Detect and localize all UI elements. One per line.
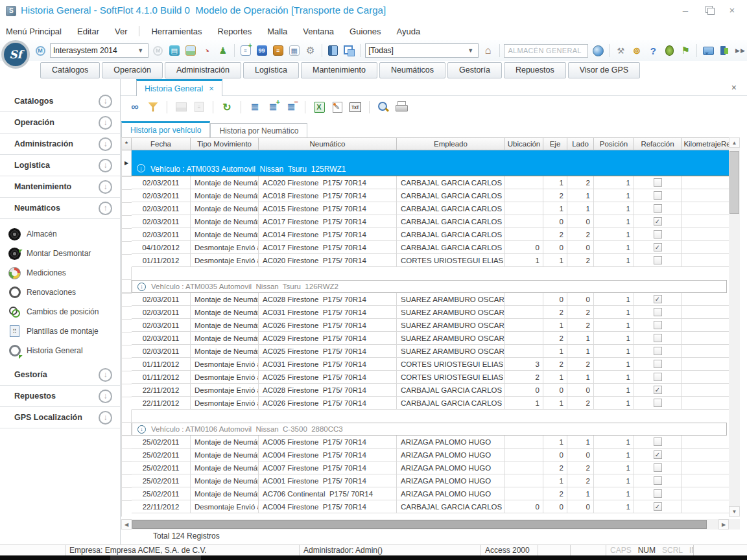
scope-selector[interactable]: [Todas] ▼ [365, 43, 478, 58]
ribbon-tab-mantenimiento[interactable]: Mantenimiento [301, 62, 377, 78]
group-header-box[interactable]: ↓Vehículo : ATM0033 Automovil Nissan Tsu… [132, 150, 729, 176]
horizontal-scrollbar[interactable]: ◀ ▶ [121, 519, 729, 530]
refaccion-checkbox[interactable] [654, 191, 662, 200]
column-header-lado[interactable]: Lado [567, 137, 594, 150]
table-row[interactable]: 25/02/2011Montaje de NeumáticosAC007 Fir… [122, 461, 729, 474]
menu-item-malla[interactable]: Malla [267, 27, 287, 36]
ribbon-tab-visor-de-gps[interactable]: Visor de GPS [568, 62, 641, 78]
refaccion-checkbox[interactable] [654, 334, 662, 342]
find-binoculars-icon[interactable]: ∞ [128, 100, 141, 113]
chevron-down-icon[interactable]: ↓ [99, 368, 112, 382]
table-row[interactable]: 02/03/2011Montaje de NeumáticosAC017 Fir… [122, 215, 729, 228]
table-row[interactable]: 02/03/2011Montaje de NeumáticosAC028 Fir… [122, 293, 729, 306]
flag-icon[interactable]: ⚑ [679, 44, 692, 57]
scroll-up-icon[interactable]: ▲ [729, 137, 740, 148]
table-row[interactable]: 02/03/2011Montaje de NeumáticosAC015 Fir… [122, 202, 729, 215]
refaccion-checkbox[interactable] [654, 489, 662, 498]
sidebar-item-renovaciones[interactable]: Renovaciones [0, 283, 120, 302]
table-icon[interactable]: ▦ [288, 44, 301, 57]
table-row[interactable]: 04/10/2012Desmontaje Envió almacénAC017 … [122, 241, 729, 254]
column-header-neumatico[interactable]: Neumático [259, 137, 397, 150]
refresh-icon[interactable]: ↻ [220, 100, 233, 113]
chevron-down-icon[interactable]: ↓ [99, 411, 112, 425]
column-header-ubicacion[interactable]: Ubicación [505, 137, 543, 150]
refaccion-checkbox[interactable]: ✓ [654, 502, 662, 511]
collapse-group-icon[interactable]: ↓ [137, 164, 145, 172]
sidebar-section-administracion[interactable]: Administración↓ [0, 134, 120, 155]
company-m-icon[interactable]: M [34, 44, 47, 57]
refaccion-checkbox[interactable] [654, 438, 662, 446]
ribbon-tab-repuestos[interactable]: Repuestos [504, 62, 566, 78]
vertical-scroll-thumb[interactable] [729, 151, 739, 214]
table-row[interactable]: 01/11/2012Desmontaje Envió almacénAC025 … [122, 371, 729, 384]
column-header-tipo-movimiento[interactable]: Tipo Movimiento [191, 137, 259, 150]
menu-item-ayuda[interactable]: Ayuda [396, 27, 420, 36]
new-document-icon[interactable]: ≡ [239, 44, 252, 57]
ribbon-tab-logistica[interactable]: Logística [243, 62, 299, 78]
scroll-left-icon[interactable]: ◀ [121, 519, 132, 530]
refaccion-checkbox[interactable] [654, 204, 662, 213]
scroll-down-icon[interactable]: ▼ [729, 506, 740, 517]
chevron-down-icon[interactable]: ↓ [99, 390, 112, 403]
edit-note-icon[interactable]: ✎ [331, 100, 344, 113]
vertical-scrollbar[interactable]: ▲ ▼ [729, 137, 740, 517]
print-icon[interactable] [395, 100, 408, 113]
users-icon[interactable]: ♟ [217, 44, 230, 57]
print-preview-icon[interactable] [377, 100, 390, 113]
sidebar-item-mediciones[interactable]: Mediciones [0, 263, 120, 283]
table-row[interactable]: 22/11/2012Desmontaje Envió almacénAC028 … [122, 384, 729, 397]
ribbon-tab-gestoria[interactable]: Gestoría [447, 62, 502, 78]
excel-export-icon[interactable]: X [313, 100, 326, 113]
scroll-right-icon[interactable]: ▶ [718, 519, 729, 530]
table-row[interactable]: 22/11/2012Desmontaje Envió almacénAC026 … [122, 397, 729, 410]
subtab-historia-por-neumatico[interactable]: Historia por Neumático [210, 123, 307, 137]
image-icon[interactable] [184, 44, 197, 57]
sidebar-section-gps-localizacion[interactable]: GPS Localización↓ [0, 407, 120, 428]
tab-historia-general[interactable]: Historia General × [136, 79, 222, 96]
menu-item-reportes[interactable]: Reportes [218, 27, 252, 36]
refaccion-checkbox[interactable] [654, 178, 662, 187]
sidebar-item-plantillas-de-montaje[interactable]: Plantillas de montaje [0, 321, 120, 341]
ribbon-tab-catalogos[interactable]: Catálogos [40, 62, 100, 78]
table-row[interactable]: 02/03/2011Montaje de NeumáticosAC018 Fir… [122, 189, 729, 202]
globe-icon[interactable] [591, 44, 604, 57]
filter-icon[interactable] [147, 100, 160, 113]
table-row[interactable]: 02/03/2011Montaje de NeumáticosAC014 Fir… [122, 228, 729, 241]
archive-icon[interactable]: ▤ [168, 44, 181, 57]
column-header-kilometrajere[interactable]: KilometrajeRe [682, 137, 729, 150]
sidebar-item-montar-desmontar[interactable]: Montar Desmontar [0, 244, 120, 263]
menu-item-guiones[interactable]: Guiones [350, 27, 381, 36]
sidebar-section-operacion[interactable]: Operación↓ [0, 112, 120, 134]
gear-icon[interactable]: ⚙ [304, 44, 317, 57]
group-header-row[interactable]: ↓Vehículo : ATM0106 Automovil Nissan C-3… [122, 423, 729, 436]
sidebar-section-catalogos[interactable]: Catálogos↓ [0, 91, 120, 112]
refaccion-checkbox[interactable] [654, 399, 662, 407]
column-header-posicion[interactable]: Posición [594, 137, 634, 150]
chevron-up-icon[interactable]: ↑ [99, 202, 112, 215]
table-row[interactable]: 01/11/2012Desmontaje Envió almacénAC031 … [122, 358, 729, 371]
column-header-row-indicator[interactable]: * [122, 137, 132, 150]
refaccion-checkbox[interactable] [654, 308, 662, 316]
refaccion-checkbox[interactable]: ✓ [654, 295, 662, 303]
wrench-icon[interactable]: ⚒ [614, 44, 627, 57]
exit-icon[interactable] [718, 44, 731, 57]
toolbar-overflow-icon[interactable]: ▶▶ [734, 44, 747, 57]
panel-icon[interactable] [326, 44, 339, 57]
home-icon[interactable]: ⌂ [482, 44, 495, 57]
refaccion-checkbox[interactable]: ✓ [654, 217, 662, 226]
table-row[interactable]: 25/02/2011Montaje de NeumáticosAC001 Fir… [122, 474, 729, 487]
table-row[interactable]: 02/03/2011Montaje de NeumáticosAC025 Fir… [122, 345, 729, 358]
chevron-down-icon[interactable]: ↓ [99, 95, 112, 108]
table-row[interactable]: 02/03/2011Montaje de NeumáticosAC029 Fir… [122, 332, 729, 345]
close-button[interactable]: × [726, 4, 738, 16]
table-row[interactable]: 25/02/2011Montaje de NeumáticosAC004 Fir… [122, 449, 729, 461]
refaccion-checkbox[interactable]: ✓ [654, 386, 662, 394]
chat-icon[interactable] [702, 44, 715, 57]
ribbon-tab-operacion[interactable]: Operación [102, 62, 163, 78]
collapse-group-icon[interactable]: ↓ [137, 283, 146, 291]
ribbon-tab-neumaticos[interactable]: Neumáticos [379, 62, 445, 78]
column-header-eje[interactable]: Eje [543, 137, 567, 150]
table-row[interactable]: 22/11/2012Desmontaje Envió almacénAC004 … [122, 500, 729, 513]
chevron-down-icon[interactable]: ↓ [99, 180, 112, 194]
menu-item-editar[interactable]: Editar [77, 27, 99, 36]
